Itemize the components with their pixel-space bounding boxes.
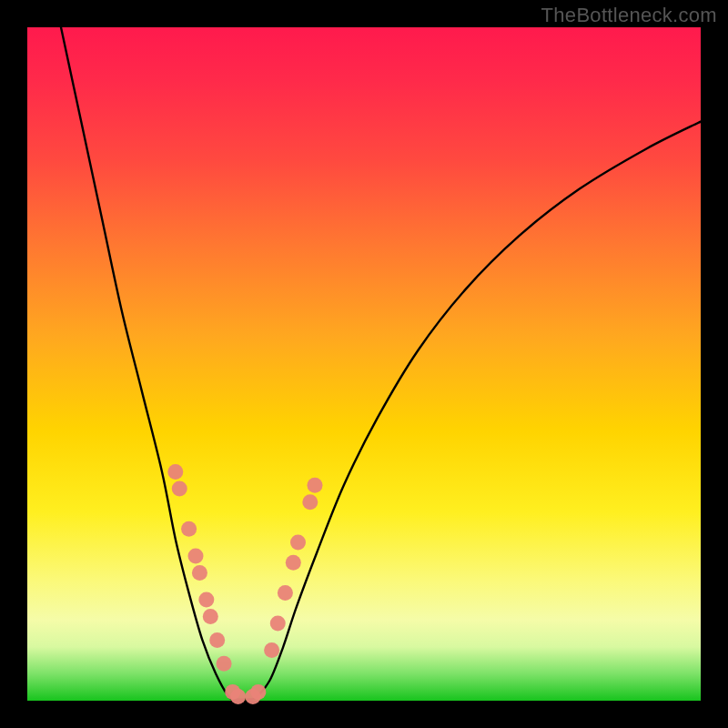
curve-layer	[61, 27, 701, 700]
data-marker	[278, 585, 293, 601]
data-marker	[250, 684, 266, 700]
data-marker	[198, 592, 214, 608]
data-marker	[230, 689, 246, 704]
data-marker	[270, 615, 286, 631]
marker-layer	[167, 464, 322, 704]
curve-svg	[27, 27, 701, 701]
data-marker	[286, 555, 301, 571]
data-marker	[181, 521, 197, 537]
data-marker	[203, 609, 218, 624]
data-marker	[290, 535, 306, 551]
data-marker	[209, 632, 225, 648]
bottleneck-curve	[61, 27, 701, 700]
data-marker	[302, 494, 318, 510]
data-marker	[307, 478, 322, 493]
data-marker	[172, 480, 187, 496]
chart-frame: TheBottleneck.com	[0, 0, 728, 728]
data-marker	[264, 642, 279, 658]
plot-area	[27, 27, 701, 701]
data-marker	[167, 464, 183, 480]
data-marker	[192, 565, 207, 581]
data-marker	[188, 548, 204, 563]
data-marker	[217, 656, 232, 672]
watermark-text: TheBottleneck.com	[541, 4, 717, 27]
